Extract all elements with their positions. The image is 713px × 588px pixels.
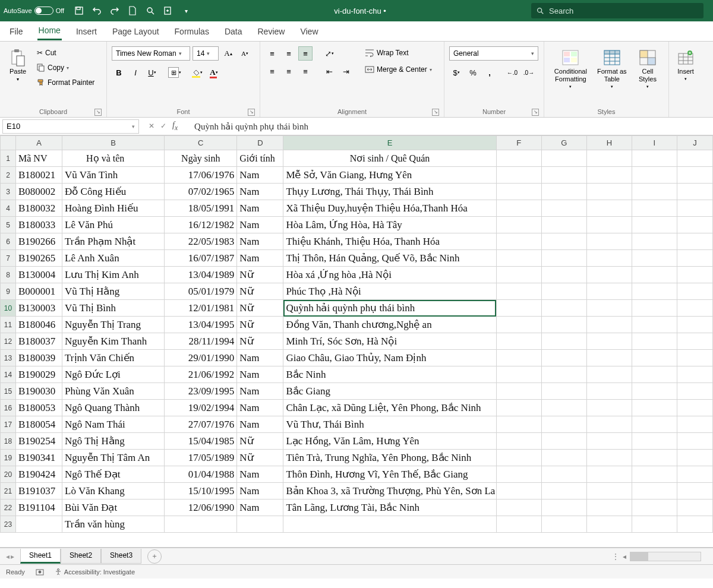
cell-D2[interactable]: Nam <box>237 167 283 184</box>
cell-A1[interactable]: Mã NV <box>16 150 62 167</box>
cell-G7[interactable] <box>541 250 586 267</box>
cell-C7[interactable]: 16/07/1987 <box>165 250 237 267</box>
cell-I7[interactable] <box>632 250 677 267</box>
cell-A18[interactable]: B190254 <box>16 433 62 450</box>
sheet-tab-sheet3[interactable]: Sheet3 <box>101 549 141 564</box>
cell-D8[interactable]: Nữ <box>237 267 283 283</box>
cancel-formula-icon[interactable]: ✕ <box>149 122 154 130</box>
row-header[interactable]: 10 <box>1 300 16 317</box>
cell-F13[interactable] <box>496 350 541 366</box>
cell-G22[interactable] <box>541 500 586 516</box>
cell-D6[interactable]: Nam <box>237 233 283 250</box>
cell-G13[interactable] <box>541 350 586 366</box>
cell-F8[interactable] <box>496 267 541 283</box>
cell-B6[interactable]: Trần Phạm Nhật <box>62 233 165 250</box>
cell-E13[interactable]: Giao Châu, Giao Thủy, Nam Định <box>283 350 496 366</box>
cell-C18[interactable]: 15/04/1985 <box>165 433 237 450</box>
cell-D14[interactable]: Nam <box>237 366 283 383</box>
cell-D1[interactable]: Giới tính <box>237 150 283 167</box>
cell-J11[interactable] <box>677 317 712 333</box>
cell-A16[interactable]: B180053 <box>16 400 62 416</box>
align-middle-icon[interactable]: ≡ <box>282 46 296 61</box>
cell-G17[interactable] <box>541 416 586 433</box>
cell-J4[interactable] <box>677 200 712 217</box>
decrease-indent-icon[interactable]: ⇤ <box>322 64 336 78</box>
column-header-J[interactable]: J <box>677 136 712 150</box>
align-left-icon[interactable]: ≡ <box>265 64 279 78</box>
cell-E22[interactable]: Tân Lãng, Lương Tài, Bắc Ninh <box>283 500 496 516</box>
decrease-decimal-button[interactable]: .0→ <box>522 65 536 80</box>
cell-F9[interactable] <box>496 283 541 300</box>
row-header[interactable]: 1 <box>1 150 16 167</box>
cell-E12[interactable]: Minh Trí, Sóc Sơn, Hà Nội <box>283 333 496 350</box>
cell-J19[interactable] <box>677 450 712 466</box>
cell-G18[interactable] <box>541 433 586 450</box>
cell-J21[interactable] <box>677 483 712 500</box>
cell-H1[interactable] <box>586 150 632 167</box>
sheet-nav-next-icon[interactable]: ▸ <box>11 552 14 561</box>
comma-format-button[interactable]: , <box>482 65 497 80</box>
cell-C17[interactable]: 27/07/1976 <box>165 416 237 433</box>
cell-I16[interactable] <box>632 400 677 416</box>
cell-A4[interactable]: B180032 <box>16 200 62 217</box>
cell-A7[interactable]: B190265 <box>16 250 62 267</box>
cell-B12[interactable]: Nguyễn Kim Thanh <box>62 333 165 350</box>
cell-F4[interactable] <box>496 200 541 217</box>
add-sheet-button[interactable]: ＋ <box>147 549 162 564</box>
cell-B8[interactable]: Lưu Thị Kim Anh <box>62 267 165 283</box>
row-header[interactable]: 22 <box>1 500 16 516</box>
row-header[interactable]: 16 <box>1 400 16 416</box>
row-header[interactable]: 19 <box>1 450 16 466</box>
cell-E19[interactable]: Tiên Trà, Trung Nghĩa, Yên Phong, Bắc Ni… <box>283 450 496 466</box>
row-header[interactable]: 17 <box>1 416 16 433</box>
cell-B22[interactable]: Bùi Văn Đạt <box>62 500 165 516</box>
merge-center-button[interactable]: Merge & Center▾ <box>362 63 434 76</box>
cell-H8[interactable] <box>586 267 632 283</box>
cell-G2[interactable] <box>541 167 586 184</box>
cell-G4[interactable] <box>541 200 586 217</box>
cell-I20[interactable] <box>632 466 677 483</box>
cell-D12[interactable]: Nữ <box>237 333 283 350</box>
cell-B4[interactable]: Hoàng Đình Hiếu <box>62 200 165 217</box>
tab-formulas[interactable]: Formulas <box>173 23 210 40</box>
cell-G19[interactable] <box>541 450 586 466</box>
cell-J5[interactable] <box>677 217 712 233</box>
alignment-dialog-launcher[interactable]: ↘ <box>432 109 439 116</box>
cell-F21[interactable] <box>496 483 541 500</box>
cell-F23[interactable] <box>496 516 541 533</box>
cell-H9[interactable] <box>586 283 632 300</box>
cell-E7[interactable]: Thị Thôn, Hán Quảng, Quế Võ, Bắc Ninh <box>283 250 496 267</box>
cell-F16[interactable] <box>496 400 541 416</box>
bold-button[interactable]: B <box>112 65 126 80</box>
row-header[interactable]: 9 <box>1 283 16 300</box>
paste-button[interactable]: Paste ▾ <box>5 46 31 85</box>
cell-E8[interactable]: Hòa xá ,Ứng hòa ,Hà Nội <box>283 267 496 283</box>
underline-button[interactable]: U▾ <box>145 65 159 80</box>
cell-A14[interactable]: B190029 <box>16 366 62 383</box>
cell-B17[interactable]: Ngô Nam Thái <box>62 416 165 433</box>
cell-F6[interactable] <box>496 233 541 250</box>
cell-G21[interactable] <box>541 483 586 500</box>
column-header-C[interactable]: C <box>165 136 237 150</box>
cell-B11[interactable]: Nguyễn Thị Trang <box>62 317 165 333</box>
sheet-tab-sheet1[interactable]: Sheet1 <box>20 549 61 564</box>
cell-A10[interactable]: B130003 <box>16 300 62 317</box>
font-dialog-launcher[interactable]: ↘ <box>248 109 255 116</box>
decrease-font-icon[interactable]: A▾ <box>238 46 252 61</box>
cell-B9[interactable]: Vũ Thị Hằng <box>62 283 165 300</box>
cell-I6[interactable] <box>632 233 677 250</box>
cell-F1[interactable] <box>496 150 541 167</box>
cell-I17[interactable] <box>632 416 677 433</box>
sheet-tab-sheet2[interactable]: Sheet2 <box>61 549 101 564</box>
cell-C11[interactable]: 13/04/1995 <box>165 317 237 333</box>
cell-H13[interactable] <box>586 350 632 366</box>
cell-E21[interactable]: Bản Khoa 3, xã Trường Thượng, Phù Yên, S… <box>283 483 496 500</box>
fill-color-button[interactable]: ▾ <box>190 65 204 80</box>
cell-I21[interactable] <box>632 483 677 500</box>
cell-G5[interactable] <box>541 217 586 233</box>
cell-J14[interactable] <box>677 366 712 383</box>
row-header[interactable]: 8 <box>1 267 16 283</box>
format-as-table-button[interactable]: Format as Table▾ <box>596 46 628 92</box>
row-header[interactable]: 21 <box>1 483 16 500</box>
cell-J17[interactable] <box>677 416 712 433</box>
